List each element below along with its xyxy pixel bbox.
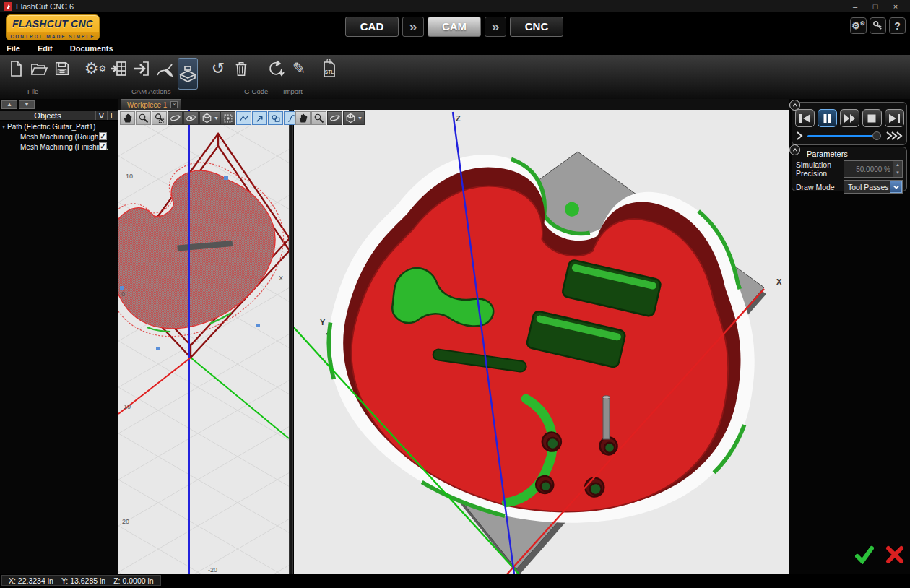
pan-button[interactable] — [295, 111, 311, 125]
playback-collapse-button[interactable] — [789, 100, 800, 111]
mesh-machining-button[interactable] — [178, 58, 198, 90]
undo-button[interactable]: ↺ — [208, 58, 228, 79]
fast-forward-button[interactable] — [840, 109, 859, 127]
fast-forward-icon — [844, 113, 856, 124]
pause-icon — [821, 113, 833, 124]
edit-gcode-button[interactable]: ✎ — [289, 58, 309, 79]
tree-item-finishing[interactable]: Mesh Machining (Finishin... ✓ — [0, 142, 118, 151]
close-button[interactable]: × — [885, 2, 906, 11]
skip-to-end-button[interactable] — [885, 109, 904, 127]
save-file-button[interactable] — [52, 58, 72, 79]
accept-check-button[interactable] — [855, 545, 874, 564]
help-icon: ? — [894, 20, 901, 32]
toolpath-viewport: 10 0 -10 -20 -20 X — [118, 110, 289, 574]
flashcut-logo: FLASHCUT CNC CONTROL MADE SIMPLE — [6, 14, 100, 40]
show-geometry-toggle[interactable] — [268, 111, 283, 125]
new-document-button[interactable] — [6, 58, 26, 79]
tree-root-row[interactable]: ▾ Path (Electric Guitar_Part1) — [0, 122, 118, 131]
orbit-button[interactable] — [327, 111, 342, 125]
tree-item-label[interactable]: Mesh Machining (Rough.... — [20, 133, 107, 141]
cam-to-cnc-chevron-icon[interactable]: » — [485, 17, 506, 37]
orbit-button[interactable] — [168, 111, 183, 125]
svg-text:Z: Z — [456, 114, 461, 123]
tab-workpiece-1[interactable]: Workpiece 1 × — [121, 99, 181, 110]
zoom-button[interactable] — [311, 111, 326, 125]
spinner-up-button[interactable]: ▲ — [893, 161, 902, 169]
simulation-canvas[interactable]: Z X Y — [294, 110, 789, 574]
view-cube-icon — [345, 113, 356, 124]
orbit-center-button[interactable] — [183, 111, 199, 125]
parameters-collapse-button[interactable] — [789, 144, 800, 155]
open-folder-icon — [30, 60, 48, 77]
cnc-button[interactable]: CNC — [510, 17, 563, 37]
cad-button[interactable]: CAD — [345, 17, 399, 37]
svg-text:X: X — [776, 277, 782, 286]
pan-button[interactable] — [120, 111, 135, 125]
menu-file[interactable]: File — [6, 44, 20, 53]
skip-to-start-button[interactable] — [795, 109, 815, 127]
chevron-down-icon: ▼ — [214, 116, 219, 121]
draw-mode-select[interactable]: Tool Passes — [844, 180, 903, 194]
generate-gcode-button[interactable] — [266, 58, 286, 79]
simulation-precision-input[interactable]: 50.0000 % ▲ ▼ — [844, 160, 903, 178]
simulation-precision-value: 50.0000 % — [844, 165, 893, 173]
step-forward-icon[interactable] — [796, 131, 803, 140]
logo-title: FLASHCUT CNC — [6, 15, 99, 32]
slider-track[interactable] — [807, 135, 881, 137]
tree-collapse-icon[interactable]: ▾ — [0, 124, 7, 130]
cam-settings-button[interactable]: ⚙⚙ — [85, 58, 105, 79]
menu-documents[interactable]: Documents — [70, 44, 113, 53]
visible-checkbox[interactable]: ✓ — [99, 132, 107, 140]
fit-view-button[interactable] — [220, 111, 235, 125]
stop-button[interactable] — [862, 109, 882, 127]
minimize-button[interactable]: – — [845, 2, 865, 11]
title-bar: FlashCut CNC 6 – □ × — [0, 0, 910, 13]
playback-panel — [792, 102, 907, 145]
show-rapid-toggle[interactable] — [252, 111, 267, 125]
orbit-icon — [329, 113, 340, 124]
zoom-button[interactable] — [136, 111, 151, 125]
move-down-button[interactable]: ▼ — [19, 100, 35, 109]
edit-toolpath-button[interactable] — [155, 58, 175, 79]
simulation-viewport-toolbar: ▼ — [295, 111, 365, 125]
select-dropdown-button[interactable] — [890, 181, 902, 193]
maximize-button[interactable]: □ — [865, 2, 885, 11]
slider-thumb[interactable] — [872, 131, 881, 140]
cam-button[interactable]: CAM — [428, 17, 481, 37]
cad-to-cam-chevron-icon[interactable]: » — [402, 17, 424, 37]
visible-checkbox[interactable]: ✓ — [99, 142, 107, 150]
cancel-x-button[interactable] — [885, 545, 904, 564]
open-file-button[interactable] — [29, 58, 49, 79]
settings-gears-button[interactable]: ⚙⚙ — [850, 17, 867, 34]
svg-text:-20: -20 — [120, 518, 129, 525]
view-cube-button[interactable]: ▼ — [199, 111, 221, 125]
toolbar-group-labels: File CAM Actions G-Code Import — [0, 87, 910, 96]
pause-button[interactable] — [818, 109, 837, 127]
simulation-progress-slider[interactable] — [807, 131, 881, 140]
tree-item-roughing[interactable]: Mesh Machining (Rough.... ✓ — [0, 132, 118, 141]
move-up-button[interactable]: ▲ — [1, 100, 17, 109]
import-stl-button[interactable]: STL — [319, 58, 339, 79]
help-button[interactable]: ? — [889, 17, 906, 34]
tab-close-icon[interactable]: × — [170, 101, 178, 108]
spinner-down-button[interactable]: ▼ — [893, 169, 902, 177]
license-key-button[interactable] — [870, 17, 886, 34]
tree-item-label[interactable]: Mesh Machining (Finishin... — [20, 143, 108, 151]
zoom-window-button[interactable] — [152, 111, 167, 125]
chevron-down-icon: ▼ — [358, 116, 363, 121]
skip-to-start-icon — [799, 113, 811, 124]
show-toolpath-toggle[interactable] — [236, 111, 251, 125]
import-arrow-icon — [133, 60, 150, 77]
menu-edit[interactable]: Edit — [38, 44, 53, 53]
import-part-button[interactable] — [108, 58, 129, 79]
status-bar: X: 22.3234 in Y: 13.6285 in Z: 0.0000 in — [0, 574, 910, 588]
group-label-file: File — [27, 87, 38, 95]
window-title: FlashCut CNC 6 — [16, 2, 74, 11]
parameters-title: Parameters — [792, 147, 906, 158]
jump-to-end-icon[interactable] — [885, 131, 903, 140]
tree-root-label[interactable]: Path (Electric Guitar_Part1) — [7, 123, 95, 131]
toolpath-canvas[interactable]: 10 0 -10 -20 -20 X — [118, 110, 289, 574]
import-drawing-button[interactable] — [131, 58, 152, 79]
view-cube-button[interactable]: ▼ — [343, 111, 365, 125]
delete-button[interactable] — [231, 58, 251, 79]
